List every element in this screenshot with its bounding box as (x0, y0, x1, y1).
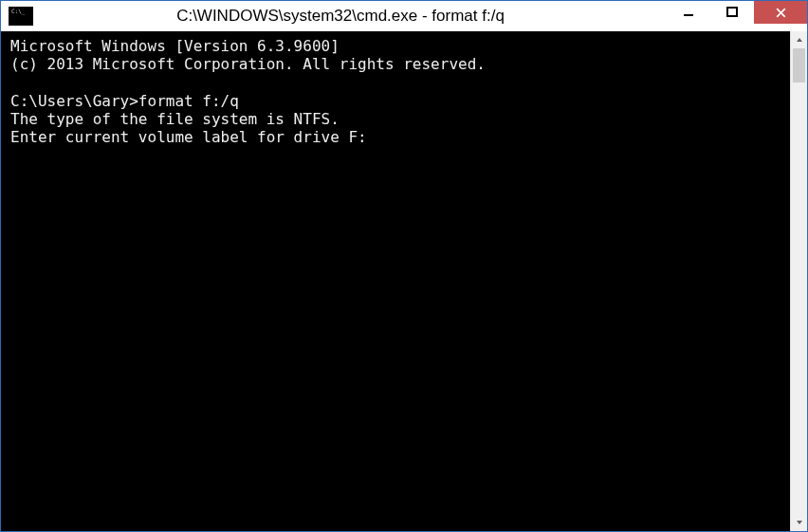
terminal-line: Microsoft Windows [Version 6.3.9600] (10, 37, 340, 55)
terminal-container: Microsoft Windows [Version 6.3.9600] (c)… (1, 31, 807, 531)
svg-rect-1 (727, 8, 737, 16)
cmd-icon (9, 7, 33, 26)
maximize-button[interactable] (710, 1, 754, 24)
terminal-line: The type of the file system is NTFS. (10, 110, 340, 128)
window-controls (667, 1, 807, 31)
titlebar[interactable]: C:\WINDOWS\system32\cmd.exe - format f:/… (1, 1, 807, 31)
command-text: format f:/q (138, 92, 239, 110)
terminal-line: Enter current volume label for drive F: (10, 128, 376, 146)
close-button[interactable] (754, 1, 807, 24)
vertical-scrollbar[interactable] (790, 31, 807, 531)
scroll-down-arrow-icon[interactable] (791, 514, 808, 531)
scroll-up-arrow-icon[interactable] (791, 31, 808, 48)
terminal[interactable]: Microsoft Windows [Version 6.3.9600] (c)… (1, 31, 790, 531)
minimize-button[interactable] (667, 1, 710, 24)
scroll-thumb[interactable] (793, 48, 805, 83)
terminal-line: (c) 2013 Microsoft Corporation. All righ… (10, 55, 486, 73)
prompt-path: C:\Users\Gary> (10, 92, 138, 110)
scroll-track[interactable] (791, 48, 807, 514)
window-title: C:\WINDOWS\system32\cmd.exe - format f:/… (33, 7, 667, 26)
